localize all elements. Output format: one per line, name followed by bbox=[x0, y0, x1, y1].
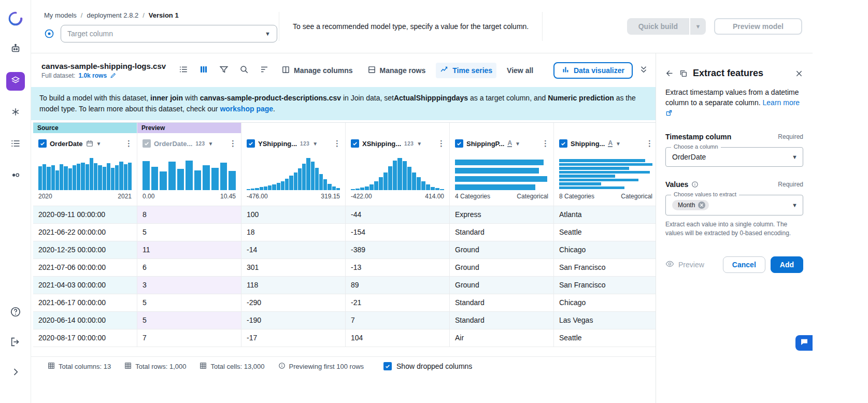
table-cell: 2020-09-11 00:00:00 bbox=[33, 206, 137, 223]
extract-features-panel: Extract features Extract timestamp value… bbox=[656, 53, 813, 403]
choose-values-field-label: Choose values to extract bbox=[671, 191, 739, 197]
sort-icon bbox=[260, 65, 269, 76]
column-checkbox[interactable] bbox=[143, 139, 151, 148]
edit-icon[interactable] bbox=[110, 72, 117, 79]
number-type-icon: 123 bbox=[404, 141, 414, 147]
show-dropped-columns-toggle[interactable]: Show dropped columns bbox=[383, 362, 472, 370]
column-checkbox[interactable] bbox=[455, 139, 463, 148]
show-dropped-checkbox[interactable] bbox=[383, 362, 392, 370]
rows-count-link[interactable]: 1.0k rows bbox=[78, 72, 107, 79]
table-cell: 2020-12-25 00:00:00 bbox=[33, 241, 137, 258]
collapse-toolbar-button[interactable] bbox=[639, 65, 648, 76]
time-series-button[interactable]: Time series bbox=[436, 63, 496, 78]
table-cell: Standard bbox=[450, 294, 553, 311]
extract-features-icon bbox=[679, 69, 688, 78]
table-cell: 2021-06-22 00:00:00 bbox=[33, 223, 137, 241]
chevron-down-icon[interactable]: ▼ bbox=[515, 141, 520, 147]
histogram-bar bbox=[311, 162, 315, 190]
quick-build-dropdown[interactable]: ▼ bbox=[690, 18, 706, 35]
help-button[interactable] bbox=[6, 304, 25, 322]
chat-widget-button[interactable] bbox=[795, 335, 813, 351]
manage-rows-button[interactable]: Manage rows bbox=[363, 63, 430, 78]
show-dropped-label: Show dropped columns bbox=[396, 362, 472, 370]
preview-model-button[interactable]: Preview model bbox=[714, 18, 802, 35]
app-logo-icon bbox=[7, 10, 24, 27]
back-button[interactable] bbox=[665, 69, 674, 78]
expand-sidebar-button[interactable] bbox=[6, 364, 25, 382]
chevron-down-icon[interactable]: ▼ bbox=[616, 141, 621, 147]
histogram-bar bbox=[435, 188, 439, 190]
table-cell: Seattle bbox=[554, 223, 656, 241]
info-icon[interactable] bbox=[691, 181, 699, 188]
range-max-label: 319.15 bbox=[321, 193, 340, 200]
nav-ready-to-use-models[interactable] bbox=[6, 40, 25, 59]
column-checkbox[interactable] bbox=[247, 139, 255, 148]
group-header-preview: Preview bbox=[137, 123, 241, 133]
kebab-menu-icon[interactable]: ⋮ bbox=[437, 139, 445, 148]
kebab-menu-icon[interactable]: ⋮ bbox=[646, 139, 653, 148]
breadcrumb-deployment[interactable]: deployment 2.8.2 bbox=[87, 11, 138, 19]
list-view-button[interactable] bbox=[176, 63, 190, 77]
nav-my-models[interactable] bbox=[6, 72, 25, 91]
robot-icon bbox=[10, 43, 21, 56]
calendar-icon bbox=[86, 140, 93, 147]
chevron-down-icon[interactable]: ▼ bbox=[96, 141, 102, 147]
timestamp-column-select[interactable]: Choose a column OrderDate ▼ bbox=[665, 147, 803, 167]
table-cell: 2021-06-17 00:00:00 bbox=[33, 294, 137, 311]
filter-button[interactable] bbox=[217, 63, 231, 77]
target-column-select[interactable]: Target column ▼ bbox=[61, 25, 277, 42]
table-cell: Atlanta bbox=[554, 206, 656, 223]
column-name: Shipping... bbox=[571, 140, 605, 148]
histogram-bar bbox=[47, 167, 50, 190]
quick-build-button[interactable]: Quick build bbox=[627, 18, 689, 35]
column-name: OrderDate... bbox=[154, 140, 192, 148]
preview-toggle[interactable]: Preview bbox=[665, 260, 704, 270]
breadcrumb-version: Version 1 bbox=[149, 11, 179, 19]
column-checkbox[interactable] bbox=[38, 139, 47, 148]
grid-column-orderdate: PreviewOrderDate...123▼⋮0.0010.458511635… bbox=[137, 123, 241, 347]
kebab-menu-icon[interactable]: ⋮ bbox=[542, 139, 549, 148]
kebab-menu-icon[interactable]: ⋮ bbox=[333, 139, 341, 148]
view-all-button[interactable]: View all bbox=[503, 64, 537, 77]
table-cell: San Francisco bbox=[554, 276, 656, 294]
chevron-down-icon[interactable]: ▼ bbox=[312, 141, 318, 147]
learn-more-link[interactable]: Learn more bbox=[763, 98, 800, 107]
cancel-button[interactable]: Cancel bbox=[723, 256, 765, 273]
kebab-menu-icon[interactable]: ⋮ bbox=[229, 139, 237, 148]
close-icon[interactable] bbox=[795, 69, 803, 78]
column-view-button[interactable] bbox=[196, 63, 210, 77]
histogram-bar bbox=[360, 188, 364, 190]
nav-datasets[interactable] bbox=[6, 135, 25, 154]
workshop-page-link[interactable]: workshop page bbox=[220, 105, 273, 113]
category-bar bbox=[559, 167, 629, 170]
nav-generative-insights[interactable] bbox=[6, 104, 25, 122]
remove-chip-icon[interactable] bbox=[698, 201, 705, 209]
logout-button[interactable] bbox=[6, 334, 25, 352]
breadcrumb-my-models[interactable]: My models bbox=[44, 11, 77, 19]
grid-column-yshipping: YShipping...123▼⋮-476.00319.1510018-1430… bbox=[241, 123, 346, 347]
external-link-icon[interactable] bbox=[665, 110, 673, 118]
values-multiselect[interactable]: Choose values to extract Month ▼ bbox=[665, 195, 803, 215]
dataset-name: canvas-sample-shipping-logs.csv bbox=[41, 62, 170, 70]
column-checkbox[interactable] bbox=[351, 139, 359, 148]
search-button[interactable] bbox=[237, 63, 251, 77]
kebab-menu-icon[interactable]: ⋮ bbox=[125, 139, 133, 148]
sort-button[interactable] bbox=[257, 63, 271, 77]
chevron-down-icon[interactable]: ▼ bbox=[208, 141, 214, 147]
table-cell: 2021-04-03 00:00:00 bbox=[33, 276, 137, 294]
histogram-bar bbox=[315, 168, 319, 190]
table-cell: Standard bbox=[450, 223, 553, 241]
category-bar bbox=[559, 179, 638, 182]
info-banner: To build a model with this dataset, inne… bbox=[31, 87, 656, 120]
app-logo[interactable] bbox=[7, 10, 24, 27]
chevron-down-icon[interactable]: ▼ bbox=[417, 141, 422, 147]
data-visualizer-button[interactable]: Data visualizer bbox=[553, 62, 633, 79]
add-button[interactable]: Add bbox=[771, 256, 803, 273]
manage-columns-button[interactable]: Manage columns bbox=[277, 63, 357, 78]
column-checkbox[interactable] bbox=[559, 139, 567, 148]
nav-automations[interactable] bbox=[6, 167, 25, 185]
histogram-bar bbox=[77, 164, 80, 190]
timestamp-column-label: Timestamp column bbox=[665, 133, 731, 141]
table-cell: -44 bbox=[346, 206, 449, 223]
grid-column-shippingp: ShippingP...A▼⋮4 CategoriesCategoricalEx… bbox=[450, 123, 554, 347]
